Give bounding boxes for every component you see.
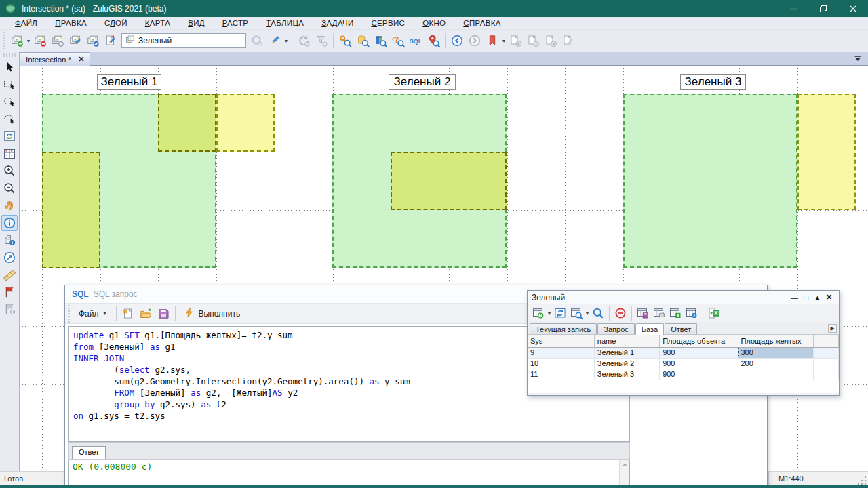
- table-tab-база[interactable]: База: [635, 323, 664, 335]
- table-cell[interactable]: 200: [738, 358, 813, 369]
- response-scrollbar[interactable]: [619, 460, 629, 487]
- tab-response[interactable]: Ответ: [72, 446, 106, 459]
- table-window-titlebar[interactable]: Зеленый — □ ▲ ✕: [528, 291, 839, 304]
- draw-pencil-icon[interactable]: [266, 32, 283, 49]
- tool-select-ellipse[interactable]: [1, 94, 18, 110]
- table-pin-button[interactable]: ▲: [812, 293, 823, 302]
- sql-toolbar-grip[interactable]: [66, 305, 73, 323]
- excel-icon[interactable]: X: [706, 305, 722, 321]
- layer-remove-icon[interactable]: [31, 32, 49, 49]
- table-cell[interactable]: 900: [660, 358, 738, 369]
- restore-button[interactable]: [808, 0, 838, 17]
- menu-файл[interactable]: ФАЙЛ: [15, 19, 37, 27]
- menu-вид[interactable]: ВИД: [188, 19, 205, 27]
- tool-pan-hand[interactable]: [1, 197, 18, 214]
- tool-flag-remove[interactable]: [1, 301, 18, 317]
- tool-table-grid[interactable]: [1, 146, 18, 162]
- table-cell[interactable]: 9: [528, 347, 594, 358]
- bm-new-icon[interactable]: [507, 32, 524, 49]
- sql-search-icon[interactable]: SQL: [407, 32, 425, 49]
- menu-карта[interactable]: КАРТА: [145, 19, 170, 27]
- layer-combo[interactable]: Зеленый: [121, 33, 246, 48]
- table-cell[interactable]: Зеленый 1: [594, 347, 659, 358]
- bm-up-icon[interactable]: [524, 32, 542, 49]
- layer-vis-icon[interactable]: [84, 32, 102, 49]
- nav-fwd-icon[interactable]: [466, 32, 484, 49]
- column-header[interactable]: Площадь желтых: [738, 336, 813, 347]
- search-help-icon[interactable]: ?: [389, 32, 407, 49]
- tool-object-info[interactable]: [1, 232, 18, 248]
- overlap-1-top[interactable]: [158, 94, 216, 152]
- nav-back-icon[interactable]: [448, 32, 466, 49]
- tbl-refresh-icon[interactable]: [530, 305, 547, 321]
- bm-edit-icon[interactable]: [559, 32, 577, 49]
- layer-edit-icon[interactable]: [66, 32, 84, 49]
- minimize-button[interactable]: [778, 0, 808, 17]
- tool-cursor[interactable]: [1, 59, 18, 75]
- overlap-2-center[interactable]: [391, 152, 507, 210]
- table-close-button[interactable]: ✕: [823, 293, 835, 302]
- tbl-view-icon[interactable]: [684, 305, 700, 321]
- table-tab-запрос[interactable]: Запрос: [597, 323, 634, 334]
- del-icon[interactable]: [612, 305, 629, 321]
- table-cell[interactable]: [813, 369, 838, 380]
- table-cell[interactable]: 900: [660, 347, 738, 358]
- bookmark-icon[interactable]: [484, 32, 501, 49]
- tool-zoom-in[interactable]: [1, 163, 18, 179]
- search-db-icon[interactable]: [354, 32, 372, 49]
- tool-select-rect[interactable]: [1, 77, 18, 93]
- tool-ruler[interactable]: [1, 266, 18, 283]
- table-cell[interactable]: Зеленый 2: [594, 358, 659, 369]
- file-open-icon[interactable]: [137, 305, 155, 323]
- yellow-1-top[interactable]: [216, 94, 275, 152]
- find-icon[interactable]: [590, 305, 606, 321]
- execute-button[interactable]: Выполнить: [178, 305, 245, 322]
- search-key-icon[interactable]: [336, 32, 354, 49]
- tool-flag-add[interactable]: [1, 284, 18, 300]
- file-new-icon[interactable]: [119, 305, 137, 323]
- tool-info[interactable]: [1, 215, 18, 231]
- draw-pencil-dropdown-caret[interactable]: ▾: [283, 38, 289, 44]
- bookmark-dropdown-caret[interactable]: ▾: [501, 38, 507, 44]
- toolbar-grip[interactable]: [1, 32, 8, 49]
- menu-задачи[interactable]: ЗАДАЧИ: [321, 19, 353, 27]
- tbl-refresh-dropdown-caret[interactable]: ▾: [547, 310, 552, 317]
- tab-close-icon[interactable]: ✕: [78, 55, 84, 64]
- search-layers-icon[interactable]: [372, 32, 389, 49]
- table-cell[interactable]: [738, 369, 813, 380]
- table-cell[interactable]: Зеленый 3: [594, 369, 659, 380]
- yellow-3-right[interactable]: [797, 94, 856, 210]
- menu-слой[interactable]: СЛОЙ: [104, 19, 127, 27]
- view-refresh2-icon[interactable]: [552, 305, 568, 321]
- table-cell[interactable]: 11: [528, 369, 594, 380]
- file-menu-button[interactable]: Файл▾: [73, 306, 113, 321]
- menu-таблица[interactable]: ТАБЛИЦА: [266, 19, 304, 27]
- column-header[interactable]: Sys: [528, 336, 594, 347]
- table-cell[interactable]: [813, 347, 838, 358]
- overlap-1-left[interactable]: [42, 152, 100, 268]
- layer-add-dropdown-caret[interactable]: ▾: [26, 38, 31, 44]
- table-cell[interactable]: [813, 358, 838, 369]
- file-save-icon[interactable]: [155, 305, 172, 323]
- table-maximize-button[interactable]: □: [800, 293, 812, 302]
- close-button[interactable]: [838, 0, 868, 17]
- layer-props-icon[interactable]: [49, 32, 66, 49]
- menu-правка[interactable]: ПРАВКА: [55, 19, 87, 27]
- tool-goto-arrow[interactable]: [1, 249, 18, 266]
- tool-view-refresh[interactable]: [1, 128, 18, 144]
- bm-add-icon[interactable]: [542, 32, 559, 49]
- green-polygon-3[interactable]: [623, 94, 797, 268]
- table-minimize-button[interactable]: —: [789, 293, 800, 302]
- node-disabled-icon[interactable]: [248, 32, 266, 49]
- resize-grip[interactable]: [858, 476, 867, 485]
- undo-back-icon[interactable]: [295, 32, 313, 49]
- table-cell[interactable]: 10: [528, 358, 594, 369]
- menu-справка[interactable]: СПРАВКА: [463, 19, 500, 27]
- menu-растр[interactable]: РАСТР: [222, 19, 248, 27]
- tool-select-lasso[interactable]: [1, 111, 18, 127]
- tab-overflow-icon[interactable]: [853, 54, 863, 63]
- menu-окно[interactable]: ОКНО: [422, 19, 446, 27]
- undo-filter-icon[interactable]: [313, 32, 330, 49]
- tbl-find-icon[interactable]: [568, 305, 585, 321]
- tbl-print-icon[interactable]: [651, 305, 667, 321]
